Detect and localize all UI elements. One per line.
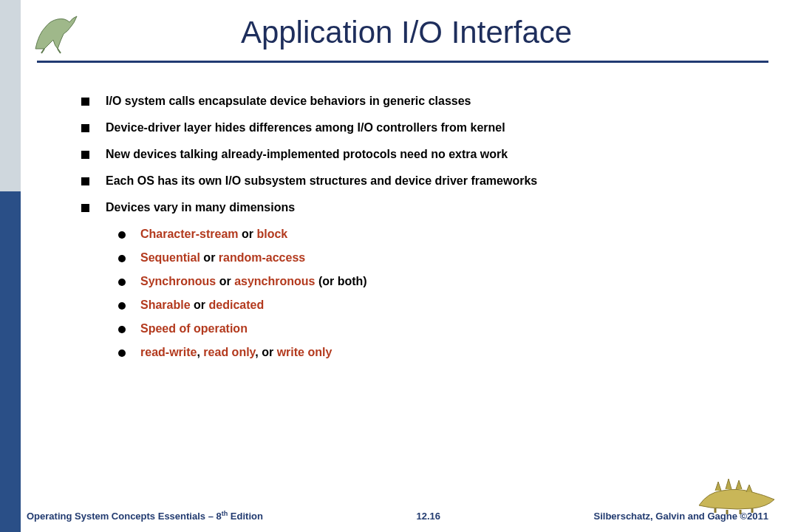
sub-bullet-text: read-write, read only, or write only (140, 346, 332, 359)
dot-bullet-icon (118, 326, 126, 333)
sub-bullet-text: Sharable or dedicated (140, 299, 264, 312)
dot-bullet-icon (118, 231, 126, 239)
dot-bullet-icon (118, 349, 126, 357)
bullet-text: Device-driver layer hides differences am… (106, 121, 505, 134)
dinosaur-bottom-icon (693, 470, 782, 514)
square-bullet-icon (81, 124, 89, 132)
footer-page-number: 12.16 (416, 511, 440, 522)
square-bullet-icon (81, 98, 89, 106)
square-bullet-icon (81, 151, 89, 159)
footer-left: Operating System Concepts Essentials – 8… (27, 510, 263, 522)
bullet-text: Each OS has its own I/O subsystem struct… (106, 174, 537, 188)
sub-bullet-text: Synchronous or asynchronous (or both) (140, 275, 367, 288)
square-bullet-icon (81, 177, 89, 185)
bullet-item: I/O system calls encapsulate device beha… (81, 95, 754, 108)
accent-band (0, 0, 21, 532)
bullet-text: Devices vary in many dimensions (106, 201, 295, 214)
dot-bullet-icon (118, 279, 126, 286)
sub-bullet-text: Sequential or random-access (140, 251, 305, 265)
dot-bullet-icon (118, 255, 126, 262)
sub-bullet-item: Character-stream or block (118, 228, 754, 241)
square-bullet-icon (81, 204, 89, 212)
bullet-item: Each OS has its own I/O subsystem struct… (81, 174, 754, 188)
sub-bullet-item: Sequential or random-access (118, 251, 754, 265)
sub-list: Character-stream or block Sequential or … (118, 228, 754, 359)
bullet-item: New devices talking already-implemented … (81, 148, 754, 161)
dot-bullet-icon (118, 302, 126, 310)
sub-bullet-text: Speed of operation (140, 322, 248, 335)
sub-bullet-item: Synchronous or asynchronous (or both) (118, 275, 754, 288)
slide-title: Application I/O Interface (44, 15, 768, 50)
sub-bullet-item: read-write, read only, or write only (118, 346, 754, 359)
bullet-item: Device-driver layer hides differences am… (81, 121, 754, 134)
sub-bullet-item: Sharable or dedicated (118, 299, 754, 312)
sub-bullet-text: Character-stream or block (140, 228, 287, 241)
footer-right: Silberschatz, Galvin and Gagne ©2011 (594, 511, 768, 522)
title-rule (37, 61, 768, 63)
sub-bullet-item: Speed of operation (118, 322, 754, 335)
bullet-text: I/O system calls encapsulate device beha… (106, 95, 471, 108)
slide: Application I/O Interface I/O system cal… (0, 0, 798, 532)
bullet-item: Devices vary in many dimensions (81, 201, 754, 214)
content-area: I/O system calls encapsulate device beha… (81, 95, 754, 369)
footer: Operating System Concepts Essentials – 8… (27, 510, 768, 522)
bullet-text: New devices talking already-implemented … (106, 148, 508, 161)
